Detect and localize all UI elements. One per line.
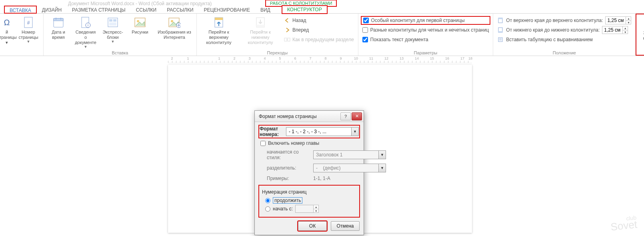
spin-down-icon[interactable]: ▼ bbox=[623, 30, 628, 34]
goto-footer-button[interactable]: Перейти к нижнему колонтитулу bbox=[241, 15, 280, 45]
include-chapter-checkbox[interactable] bbox=[260, 141, 266, 146]
goto-header-label: Перейти к верхнему колонтитулу bbox=[200, 30, 238, 45]
number-format-row: Формат номера: ▼ bbox=[260, 126, 359, 137]
cancel-button[interactable]: Отмена bbox=[331, 221, 360, 231]
goto-header-button[interactable]: Перейти к верхнему колонтитулу bbox=[199, 15, 238, 45]
spin-down-icon[interactable]: ▼ bbox=[314, 209, 318, 212]
quick-parts-label: Экспресс-блоки bbox=[101, 30, 124, 40]
option-first-page[interactable]: Особый колонтитул для первой страницы bbox=[361, 16, 491, 25]
svg-rect-29 bbox=[498, 38, 502, 42]
link-previous-icon bbox=[284, 36, 290, 43]
alignment-tab-icon bbox=[497, 36, 504, 43]
ruler-mark: 14 bbox=[415, 56, 419, 60]
spin-down-icon[interactable]: ▼ bbox=[626, 20, 631, 24]
online-pictures-icon bbox=[168, 16, 181, 29]
pictures-button[interactable]: Рисунки bbox=[128, 15, 152, 35]
continue-numbering-row[interactable]: продолжить bbox=[265, 197, 356, 204]
option-show-doc[interactable]: Показать текст документа bbox=[361, 35, 491, 44]
starts-with-style-label: начинается со стиля: bbox=[267, 149, 311, 160]
start-at-row[interactable]: начать с: ▲▼ bbox=[265, 205, 356, 213]
svg-rect-22 bbox=[284, 38, 287, 41]
include-chapter-label: Включить номер главы bbox=[268, 140, 319, 146]
close-header-footer-label: Закрыть окно колонтитулов bbox=[640, 30, 644, 41]
group-label-position: Положение bbox=[496, 50, 633, 56]
option-first-page-checkbox[interactable] bbox=[363, 18, 369, 23]
position-from-bottom-spin[interactable]: ▲▼ bbox=[602, 26, 628, 34]
examples-value: 1-1, 1-A bbox=[313, 176, 330, 181]
spin-up-icon[interactable]: ▲ bbox=[626, 17, 631, 20]
position-from-bottom-row: От нижнего края до нижнего колонтитула: … bbox=[496, 26, 633, 34]
horizontal-ruler[interactable]: 2 1 1 2 3 4 5 6 7 8 9 10 11 12 13 14 15 … bbox=[168, 56, 472, 63]
start-at-input[interactable] bbox=[296, 205, 313, 212]
dialog-titlebar[interactable]: Формат номера страницы ? ✕ bbox=[255, 111, 364, 122]
position-from-top-input[interactable] bbox=[606, 17, 626, 24]
date-time-label: Дата и время bbox=[47, 30, 70, 40]
option-odd-even-checkbox[interactable] bbox=[362, 27, 368, 33]
position-from-bottom-input[interactable] bbox=[602, 26, 622, 34]
ruler-mark: 11 bbox=[369, 56, 373, 60]
quick-parts-button[interactable]: Экспресс-блоки ▼ bbox=[100, 15, 125, 43]
date-time-button[interactable]: Дата и время bbox=[46, 15, 71, 40]
number-format-input[interactable] bbox=[286, 128, 351, 136]
ruler-mark: 1 bbox=[187, 56, 189, 60]
dropdown-icon[interactable]: ▼ bbox=[351, 128, 358, 136]
number-format-combo[interactable]: ▼ bbox=[286, 127, 359, 136]
nav-forward-button[interactable]: Вперед bbox=[282, 26, 356, 34]
link-previous-button[interactable]: Как в предыдущем разделе bbox=[282, 35, 356, 44]
close-header-footer-button[interactable]: Закрыть окно колонтитулов bbox=[639, 16, 644, 41]
page-numbering-title: Нумерация страниц bbox=[262, 189, 356, 195]
svg-rect-3 bbox=[54, 18, 63, 21]
ruler-mark: 16 bbox=[445, 56, 449, 60]
svg-point-16 bbox=[171, 20, 173, 22]
ruler-mark: 1 bbox=[218, 56, 220, 60]
ruler-mark: 8 bbox=[324, 56, 326, 60]
position-from-top-row: От верхнего края до верхнего колонтитула… bbox=[496, 16, 633, 25]
ruler-mark: 4 bbox=[264, 56, 266, 60]
separator-label: разделитель: bbox=[267, 165, 311, 171]
start-at-spin[interactable]: ▲▼ bbox=[295, 205, 319, 213]
partial-label-bottom: страницы ▾ bbox=[0, 35, 17, 45]
position-from-top-spin[interactable]: ▲▼ bbox=[605, 16, 631, 24]
svg-rect-23 bbox=[288, 38, 290, 41]
spin-up-icon[interactable]: ▲ bbox=[314, 205, 318, 209]
svg-rect-26 bbox=[498, 18, 502, 19]
tab-mailings[interactable]: РАССЫЛКИ bbox=[162, 6, 198, 14]
tab-constructor[interactable]: КОНСТРУКТОР bbox=[282, 6, 327, 14]
continue-radio[interactable] bbox=[265, 198, 270, 203]
tab-layout[interactable]: РАЗМЕТКА СТРАНИЦЫ bbox=[67, 6, 131, 14]
ruler-mark: 7 bbox=[309, 56, 311, 60]
svg-point-14 bbox=[137, 20, 139, 22]
option-show-doc-checkbox[interactable] bbox=[362, 37, 368, 42]
tab-insert[interactable]: ВСТАВКА bbox=[4, 6, 37, 14]
ribbon: Ω й страницы ▾ # Номер страницы ▼ Дата и… bbox=[0, 14, 644, 56]
back-icon bbox=[284, 17, 290, 24]
page-number-button[interactable]: # Номер страницы ▼ bbox=[16, 15, 41, 43]
from-top-icon bbox=[497, 17, 504, 24]
ruler-mark: 2 bbox=[171, 56, 173, 60]
ruler-mark: 6 bbox=[294, 56, 296, 60]
nav-back-button[interactable]: Назад bbox=[282, 16, 356, 25]
ruler-mark: 10 bbox=[354, 56, 358, 60]
insert-alignment-tab-button[interactable]: Вставить табуляцию с выравниванием bbox=[496, 35, 633, 44]
option-odd-even[interactable]: Разные колонтитулы для четных и нечетных… bbox=[361, 26, 491, 34]
partial-button-left[interactable]: Ω й страницы ▾ bbox=[0, 15, 14, 45]
ruler-mark: 3 bbox=[248, 56, 250, 60]
starts-with-style-input bbox=[314, 151, 378, 159]
include-chapter-row[interactable]: Включить номер главы bbox=[260, 140, 359, 146]
spin-up-icon[interactable]: ▲ bbox=[623, 26, 628, 30]
ok-button[interactable]: ОК bbox=[298, 221, 327, 231]
dialog-close-button[interactable]: ✕ bbox=[352, 112, 362, 120]
doc-info-button[interactable]: i Сведения о документе ▼ bbox=[73, 15, 98, 48]
nav-forward-label: Вперед bbox=[292, 27, 309, 33]
tab-references[interactable]: ССЫЛКИ bbox=[131, 6, 162, 14]
tab-design[interactable]: ДИЗАЙН bbox=[37, 6, 67, 14]
insert-alignment-tab-label: Вставить табуляцию с выравниванием bbox=[506, 37, 593, 42]
svg-rect-12 bbox=[109, 22, 116, 26]
tab-view[interactable]: ВИД bbox=[255, 6, 276, 14]
dialog-help-button[interactable]: ? bbox=[340, 112, 351, 120]
dialog-title: Формат номера страницы bbox=[259, 114, 340, 119]
tab-review[interactable]: РЕЦЕНЗИРОВАНИЕ bbox=[199, 6, 255, 14]
online-pictures-button[interactable]: Изображения из Интернета bbox=[155, 15, 194, 40]
start-at-radio[interactable] bbox=[265, 206, 270, 212]
goto-header-icon bbox=[212, 16, 225, 29]
